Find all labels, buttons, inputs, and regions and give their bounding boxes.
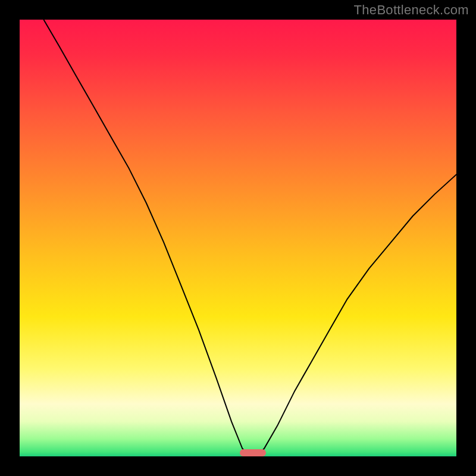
optimal-point-marker xyxy=(240,449,266,456)
bottleneck-curve xyxy=(20,20,456,456)
chart-frame: TheBottleneck.com xyxy=(0,0,476,476)
watermark-text: TheBottleneck.com xyxy=(354,2,469,18)
plot-area xyxy=(20,20,456,456)
curve-path xyxy=(43,20,456,456)
